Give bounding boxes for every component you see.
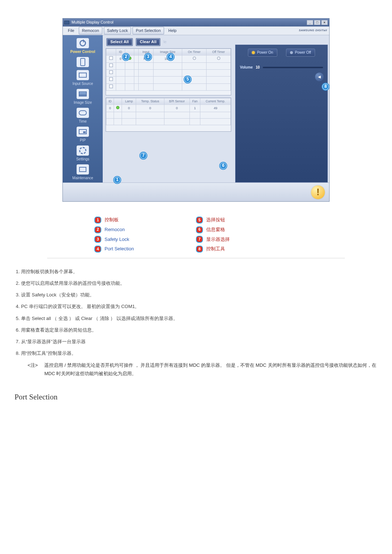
select-all-button[interactable]: Select All [106,38,133,46]
cell-lamp: 0 [122,105,136,112]
col-status [114,98,122,105]
row-checkbox[interactable] [109,63,113,67]
sidebar-item-remocon[interactable] [63,56,103,69]
legend: 1控制板 5选择按钮 2Remocon 6信息窗格 3Safety Lock 7… [94,216,298,253]
cell-id: 0 [106,105,114,112]
sidebar-item-settings[interactable]: Settings [63,145,103,164]
legend-text: 信息窗格 [206,226,225,234]
section-heading-port-selection: Port Selection [15,391,377,403]
info-grid: ID Lamp Temp. Status B/R Sensor Fan Curr… [106,98,231,132]
col-on-timer: On Timer [182,49,207,56]
cell-cur-temp: 49 [200,105,231,112]
info-row[interactable]: 0 0 0 0 1 49 [106,105,231,112]
legend-badge: 5 [196,217,203,223]
minimize-button[interactable]: _ [307,20,313,25]
sidebar-item-label: Image Size [74,100,92,106]
menu-safety-lock[interactable]: Safety Lock [104,27,131,35]
footnote: <注> 遥控启用 / 禁用功能无论是否开机均可操作 ， 并且适用于所有连接到 M… [28,361,377,378]
menu-file[interactable]: File [65,27,77,34]
window-controls: _ □ × [307,20,328,25]
time-icon [77,108,89,118]
input-source-icon [77,70,89,80]
badge-3: 3 [144,53,152,61]
power-on-button[interactable]: Power On [248,49,277,57]
divider [47,258,345,258]
col-fan: Fan [189,98,200,105]
power-icon [77,38,89,48]
legend-badge: 2 [94,226,101,233]
legend-text: 选择按钮 [206,216,225,224]
badge-2: 2 [122,53,130,61]
legend-text: Remocon [105,226,125,234]
gear-icon [77,145,89,156]
app-body: Power Control Input Source Image Size [63,35,329,182]
menu-remocon[interactable]: Remocon [79,27,102,35]
menu-port-selection[interactable]: Port Selection [132,27,164,35]
clear-all-button[interactable]: Clear All [136,38,160,46]
volume-slider[interactable] [263,67,323,68]
legend-badge: 4 [94,246,101,253]
on-timer-icon [193,57,196,60]
sidebar-item-maintenance[interactable]: Maintenance [63,164,103,182]
sidebar: Power Control Input Source Image Size [63,35,103,182]
power-off-label: Power Off [295,50,311,56]
badge-5: 5 [184,75,192,83]
row-checkbox[interactable] [109,70,113,74]
sidebar-item-time[interactable]: Time [63,107,103,126]
pip-icon [77,127,89,137]
legend-text: Safety Lock [105,236,129,243]
col-current-temp: Current Temp. [200,98,231,105]
col-off-timer: Off Timer [207,49,231,56]
samsung-logo: SAMSUNG DIGITall [299,28,327,33]
col-id: ID [106,98,114,105]
volume-label: Volume [240,65,253,70]
image-size-icon [77,89,89,99]
off-timer-icon [217,57,220,60]
legend-text: 控制板 [105,216,119,224]
power-on-label: Power On [257,50,273,56]
col-temp-status: Temp. Status [136,98,164,105]
sidebar-item-pip[interactable]: PIP [63,126,103,145]
row-checkbox[interactable] [109,85,113,88]
sidebar-item-power-control[interactable]: Power Control [63,37,103,56]
row-checkbox[interactable] [109,77,113,81]
badge-4: 4 [167,53,175,61]
menu-bar: File Remocon Safety Lock Port Selection … [63,26,329,35]
control-panel: Power On Power Off Volume 10 [235,45,328,182]
maximize-button[interactable]: □ [314,20,320,25]
legend-badge: 6 [196,226,203,233]
speaker-icon[interactable]: ◀ [315,73,324,81]
legend-badge: 7 [196,236,203,243]
note-item: 从“显示器选择”选择一台显示器 [21,338,377,346]
col-br-sensor: B/R Sensor [164,98,189,105]
note-item: 用窗格查看选定显示器的简短信息。 [21,326,377,334]
badge-8: 8 [322,83,330,91]
sidebar-item-label: Maintenance [72,175,93,181]
maintenance-icon [77,164,89,175]
sidebar-item-label: PIP [80,138,86,143]
window-title: Multiple Display Control [72,19,114,26]
cell-fan: 1 [189,105,200,112]
footnote-text: 遥控启用 / 禁用功能无论是否开机均可操作 ， 并且适用于所有连接到 MDC 的… [44,361,377,378]
main-panel: Select All Clear All le ID [103,35,329,182]
sidebar-item-label: Input Source [73,81,93,87]
status-bar: ! [63,182,329,201]
col-check [106,49,116,56]
legend-badge: 8 [196,246,203,253]
footnote-tag: <注> [28,361,38,378]
sidebar-item-label: Power Control [70,49,95,55]
sidebar-item-label: Settings [76,156,89,162]
close-button[interactable]: × [321,20,328,25]
app-icon [64,21,69,24]
menu-help[interactable]: Help [166,27,180,34]
toolbar-trailing-text: le [163,39,167,45]
sidebar-item-image-size[interactable]: Image Size [63,88,103,107]
note-item: 使您可以启用或禁用显示器的遥控信号接收功能。 [21,279,377,287]
cell-br-sensor: 0 [164,105,189,112]
status-on-icon [116,106,119,109]
power-off-button[interactable]: Power Off [286,49,315,57]
sidebar-item-input-source[interactable]: Input Source [63,69,103,88]
badge-6: 6 [219,162,227,170]
row-checkbox[interactable] [109,56,113,60]
legend-text: 控制工具 [206,245,225,253]
